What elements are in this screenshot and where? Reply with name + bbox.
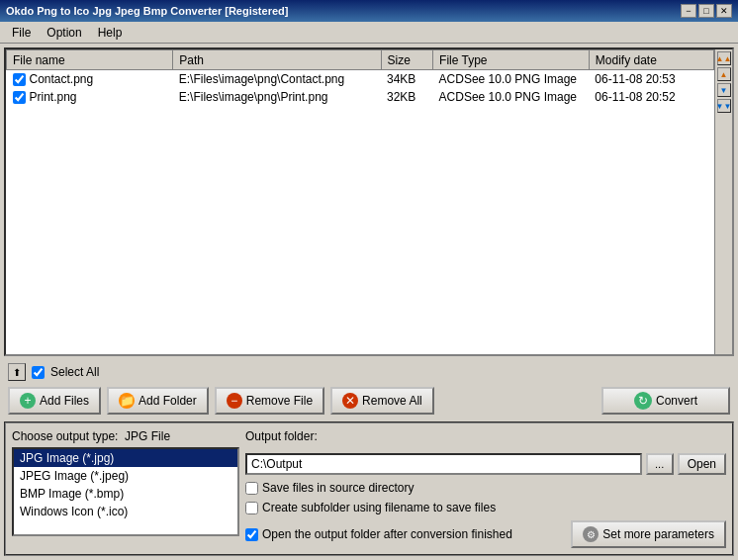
remove-file-icon: − bbox=[227, 393, 242, 409]
browse-button[interactable]: ... bbox=[646, 453, 674, 475]
table-row: Print.png E:\Files\image\png\Print.png 3… bbox=[7, 88, 714, 106]
col-filename: File name bbox=[7, 50, 173, 70]
output-type-item[interactable]: Windows Icon (*.ico) bbox=[14, 503, 237, 520]
import-icon[interactable]: ⬆ bbox=[8, 363, 26, 381]
cell-size: 34KB bbox=[381, 70, 433, 89]
save-in-source-row: Save files in source directory bbox=[245, 481, 726, 495]
scroll-panel: ▲▲ ▲ ▼ ▼▼ bbox=[714, 49, 732, 354]
close-button[interactable]: ✕ bbox=[716, 4, 732, 18]
create-subfolder-label: Create subfolder using filename to save … bbox=[262, 501, 496, 514]
col-size: Size bbox=[381, 50, 433, 70]
remove-file-button[interactable]: − Remove File bbox=[215, 387, 324, 415]
output-type-item[interactable]: BMP Image (*.bmp) bbox=[14, 485, 237, 503]
main-content: File name Path Size File Type Modify dat… bbox=[0, 44, 738, 560]
cell-path: E:\Files\image\png\Print.png bbox=[173, 88, 381, 106]
menu-bar: File Option Help bbox=[0, 22, 738, 44]
gear-icon: ⚙ bbox=[583, 526, 599, 542]
remove-file-label: Remove File bbox=[246, 394, 313, 408]
app-title: Okdo Png to Ico Jpg Jpeg Bmp Converter [… bbox=[6, 5, 288, 17]
file-list-container: File name Path Size File Type Modify dat… bbox=[4, 47, 734, 356]
maximize-button[interactable]: □ bbox=[698, 4, 714, 18]
cell-type: ACDSee 10.0 PNG Image bbox=[433, 88, 590, 106]
add-folder-button[interactable]: 📁 Add Folder bbox=[107, 387, 209, 415]
open-after-conversion-row: Open the output folder after conversion … bbox=[245, 527, 512, 541]
add-folder-icon: 📁 bbox=[119, 393, 135, 409]
convert-icon: ↻ bbox=[634, 392, 652, 410]
open-folder-button[interactable]: Open bbox=[678, 453, 726, 475]
table-row: Contact.png E:\Files\image\png\Contact.p… bbox=[7, 70, 714, 89]
minimize-button[interactable]: − bbox=[681, 4, 696, 18]
output-type-panel: Choose output type: JPG File JPG Image (… bbox=[12, 429, 239, 548]
bottom-panel: Choose output type: JPG File JPG Image (… bbox=[4, 421, 734, 556]
scroll-bottom-button[interactable]: ▼▼ bbox=[717, 99, 731, 113]
col-modifydate: Modify date bbox=[589, 50, 713, 70]
toolbar-row: + Add Files 📁 Add Folder − Remove File ✕… bbox=[4, 384, 734, 418]
select-all-checkbox[interactable] bbox=[32, 366, 45, 379]
output-folder-label: Output folder: bbox=[245, 429, 726, 443]
save-in-source-label: Save files in source directory bbox=[262, 481, 414, 495]
add-files-icon: + bbox=[20, 393, 36, 409]
add-files-button[interactable]: + Add Files bbox=[8, 387, 101, 415]
set-more-params-button[interactable]: ⚙ Set more parameters bbox=[571, 520, 726, 548]
scroll-top-button[interactable]: ▲▲ bbox=[717, 51, 731, 65]
select-all-label: Select All bbox=[50, 365, 99, 379]
add-files-label: Add Files bbox=[40, 394, 89, 408]
col-filetype: File Type bbox=[433, 50, 590, 70]
menu-help[interactable]: Help bbox=[90, 24, 131, 42]
open-after-conversion-checkbox[interactable] bbox=[245, 528, 258, 541]
cell-filename: Contact.png bbox=[7, 70, 173, 89]
remove-all-button[interactable]: ✕ Remove All bbox=[330, 387, 434, 415]
output-type-list: JPG Image (*.jpg)JPEG Image (*.jpeg)BMP … bbox=[12, 447, 239, 536]
window-controls: − □ ✕ bbox=[681, 4, 732, 18]
output-folder-panel: Output folder: ... Open Save files in so… bbox=[245, 429, 726, 548]
open-after-conversion-label: Open the output folder after conversion … bbox=[262, 527, 512, 541]
convert-label: Convert bbox=[656, 394, 697, 408]
scroll-down-button[interactable]: ▼ bbox=[717, 83, 731, 97]
convert-button[interactable]: ↻ Convert bbox=[601, 387, 730, 415]
row-checkbox[interactable] bbox=[13, 73, 26, 86]
create-subfolder-checkbox[interactable] bbox=[245, 502, 258, 514]
title-bar: Okdo Png to Ico Jpg Jpeg Bmp Converter [… bbox=[0, 0, 738, 22]
cell-modified: 06-11-08 20:52 bbox=[589, 88, 713, 106]
cell-type: ACDSee 10.0 PNG Image bbox=[433, 70, 590, 89]
file-table: File name Path Size File Type Modify dat… bbox=[6, 49, 714, 354]
cell-modified: 06-11-08 20:53 bbox=[589, 70, 713, 89]
col-path: Path bbox=[173, 50, 381, 70]
cell-filename: Print.png bbox=[7, 88, 173, 106]
menu-option[interactable]: Option bbox=[39, 24, 89, 42]
output-type-item[interactable]: JPG Image (*.jpg) bbox=[14, 449, 237, 467]
params-btn-label: Set more parameters bbox=[602, 527, 714, 541]
create-subfolder-row: Create subfolder using filename to save … bbox=[245, 501, 726, 514]
scroll-up-button[interactable]: ▲ bbox=[717, 67, 731, 81]
remove-all-icon: ✕ bbox=[342, 393, 358, 409]
output-folder-input[interactable] bbox=[245, 453, 642, 475]
remove-all-label: Remove All bbox=[362, 394, 422, 408]
save-in-source-checkbox[interactable] bbox=[245, 482, 258, 495]
menu-file[interactable]: File bbox=[4, 24, 39, 42]
output-folder-row: ... Open bbox=[245, 453, 726, 475]
cell-size: 32KB bbox=[381, 88, 433, 106]
output-type-label: Choose output type: JPG File bbox=[12, 429, 239, 443]
add-folder-label: Add Folder bbox=[138, 394, 197, 408]
cell-path: E:\Files\image\png\Contact.png bbox=[173, 70, 381, 89]
select-all-row: ⬆ Select All bbox=[4, 360, 734, 384]
row-checkbox[interactable] bbox=[13, 91, 26, 104]
output-type-item[interactable]: JPEG Image (*.jpeg) bbox=[14, 467, 237, 485]
